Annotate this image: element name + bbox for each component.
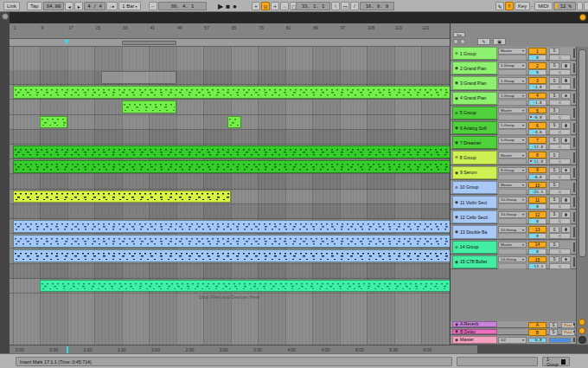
track-activator-button[interactable]: 10	[528, 182, 546, 189]
volume-field[interactable]: -25.5	[528, 189, 546, 195]
track-activator-button[interactable]: 13	[528, 226, 546, 233]
midi-map-button[interactable]: MIDI	[534, 2, 553, 10]
bar-label[interactable]: 105	[368, 25, 374, 30]
track-lane[interactable]	[10, 100, 450, 114]
track-name[interactable]: ◉9 Serum	[452, 166, 497, 179]
solo-button[interactable]: S	[549, 197, 559, 203]
solo-button[interactable]: S	[549, 322, 558, 329]
time-ruler[interactable]: 0:000:301:001:302:002:303:003:304:004:30…	[10, 345, 477, 353]
output-routing-chooser[interactable]: Master▾	[498, 152, 527, 158]
input-chooser[interactable]	[498, 55, 527, 61]
track-name[interactable]: ◉4 Grand Pian	[452, 92, 497, 105]
volume-field[interactable]: 0	[528, 203, 546, 210]
volume-field[interactable]: 0	[528, 69, 546, 75]
time-label[interactable]: 5:30	[389, 347, 398, 352]
track-header[interactable]: ◉Master1/2▾-6.0	[451, 336, 588, 345]
clip[interactable]	[122, 100, 176, 113]
solo-button[interactable]: S	[549, 137, 559, 144]
output-routing-chooser[interactable]: 10-Group▾	[498, 211, 527, 218]
track-activator-button[interactable]: 11	[528, 197, 546, 203]
output-routing-chooser[interactable]: 5-Group▾	[498, 122, 527, 129]
arm-button[interactable]	[561, 137, 571, 144]
pan-field[interactable]: C	[549, 233, 571, 239]
track-header[interactable]: ◉12 Cello Secti10-Group▾12S0C	[451, 210, 588, 224]
arm-button[interactable]	[561, 211, 571, 218]
group-fold-icon[interactable]: ⊘	[455, 51, 458, 55]
cue-out-chooser[interactable]: 1/2▾	[498, 337, 527, 344]
track-name[interactable]: ◉2 Grand Pian	[452, 61, 497, 74]
clip[interactable]	[40, 280, 450, 293]
time-label[interactable]: 0:00	[16, 347, 24, 352]
volume-field[interactable]: -1.8	[528, 100, 546, 106]
clip[interactable]	[13, 86, 450, 99]
bar-label[interactable]: 65	[232, 25, 237, 30]
bar-label[interactable]: 89	[313, 25, 318, 30]
punch-out-button[interactable]: /	[350, 2, 359, 10]
pan-field[interactable]: C	[549, 249, 571, 255]
input-chooser[interactable]	[498, 69, 527, 75]
time-label[interactable]: 5:00	[355, 347, 364, 352]
track-header[interactable]: ◉7 Dreamer5-Group▾7S-12.8C	[451, 136, 588, 150]
track-header[interactable]: ⊘10 GroupMaster▾10S-25.5C	[451, 181, 588, 195]
loop-start-field[interactable]: 33. 1. 1	[296, 2, 330, 10]
circle-toggle-b-button[interactable]	[460, 39, 465, 44]
reenable-automation-button[interactable]: +	[271, 2, 279, 10]
bar-label[interactable]: 97	[341, 25, 346, 30]
time-label[interactable]: 6:00	[424, 347, 432, 352]
solo-button[interactable]: S	[549, 77, 559, 84]
pan-field[interactable]: C	[549, 218, 571, 224]
pan-field[interactable]: C	[549, 129, 571, 135]
zoom-in-button[interactable]	[578, 319, 585, 326]
track-header[interactable]: ⊘5 GroupMaster▾5S-6.0C	[451, 107, 588, 120]
tap-tempo-button[interactable]: Tap	[27, 2, 42, 10]
insert-marker-icon[interactable]	[64, 40, 69, 44]
track-name[interactable]: ⊘10 Group	[452, 181, 497, 194]
solo-button[interactable]: S	[549, 107, 559, 114]
bar-label[interactable]: 49	[177, 25, 182, 30]
input-chooser[interactable]	[498, 263, 527, 269]
clip[interactable]	[13, 145, 450, 158]
volume-field[interactable]: 0	[528, 233, 546, 239]
io-show-button[interactable]: ▣	[493, 38, 506, 45]
loop-brace[interactable]	[122, 41, 176, 45]
track-name[interactable]: ◉15 C78 Bullet	[452, 255, 497, 268]
time-label[interactable]: 1:00	[84, 347, 93, 352]
arm-button[interactable]	[561, 167, 571, 174]
track-header[interactable]: ◉11 Violin Sect10-Group▾11S0C	[451, 196, 588, 210]
punch-in-button[interactable]: \	[331, 2, 340, 10]
track-activator-button[interactable]: 6	[528, 122, 546, 129]
track-lane[interactable]	[10, 70, 450, 85]
key-map-button[interactable]: Key	[514, 2, 530, 10]
clip[interactable]	[13, 220, 450, 233]
volume-field[interactable]: 0	[528, 249, 546, 255]
track-lane[interactable]	[10, 264, 450, 279]
output-routing-chooser[interactable]: 1-Group▾	[498, 77, 527, 84]
metronome-button[interactable]: ○●	[106, 2, 118, 10]
pan-field[interactable]: C	[549, 100, 571, 106]
zoom-out-button[interactable]	[578, 327, 585, 334]
pan-field[interactable]: C	[549, 114, 571, 120]
time-label[interactable]: 3:00	[220, 347, 228, 352]
volume-field[interactable]: -13.5	[528, 263, 546, 269]
bar-label[interactable]: 17	[68, 25, 74, 30]
track-name[interactable]: ⊘14 Group	[452, 241, 497, 254]
bar-label[interactable]: 25	[95, 25, 100, 30]
input-chooser[interactable]	[498, 218, 527, 224]
track-name[interactable]: ⊘5 Group	[452, 107, 497, 119]
arm-button[interactable]	[561, 197, 571, 203]
play-button[interactable]: ▶	[218, 3, 223, 10]
volume-field[interactable]: -6.0	[528, 114, 546, 120]
output-routing-chooser[interactable]: Master▾	[498, 242, 527, 249]
bar-label[interactable]: 41	[150, 25, 155, 30]
track-header[interactable]: ⊘1 GroupMaster▾1S0C	[451, 47, 588, 61]
scrub-area[interactable]	[10, 39, 450, 47]
return-activator-button[interactable]: A	[528, 322, 546, 329]
output-routing-chooser[interactable]: Master▾	[498, 48, 527, 55]
nudge-up-button[interactable]: ▸	[74, 2, 83, 10]
group-fold-icon[interactable]: ⊘	[455, 245, 458, 249]
arm-button[interactable]	[561, 226, 571, 233]
automation-mode-button[interactable]: ✎	[477, 38, 490, 45]
track-header[interactable]: ◉4 Grand Pian1-Group▾4S-1.8C	[451, 92, 588, 106]
pan-field[interactable]: C	[549, 69, 571, 75]
track-header[interactable]: ⊘14 GroupMaster▾14S0C	[451, 241, 588, 255]
